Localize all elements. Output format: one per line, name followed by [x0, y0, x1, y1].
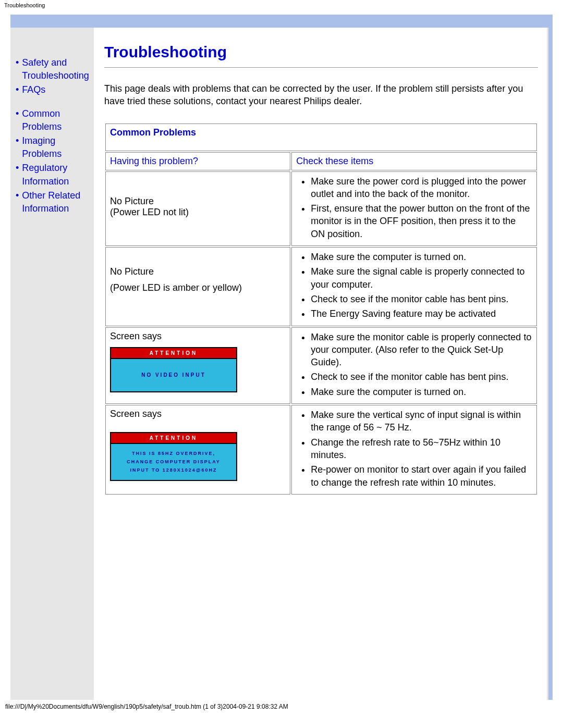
check-item: Change the refresh rate to 56~75Hz withi… [311, 436, 532, 462]
problem-line: No Picture [110, 266, 286, 277]
section-header-cell: Common Problems [105, 124, 537, 151]
checks-cell: Make sure the monitor cable is properly … [291, 327, 537, 404]
check-item: Make sure the computer is turned on. [311, 386, 532, 398]
problem-cell: No Picture (Power LED not lit) [105, 171, 290, 246]
osd-attention-bar: ATTENTION [111, 433, 236, 444]
sidebar-item-label: Other Related Information [22, 189, 94, 215]
divider [104, 67, 538, 68]
bullet-icon: • [16, 56, 22, 69]
osd-overdrive: ATTENTION THIS IS 85HZ OVERDRIVE, CHANGE… [110, 432, 237, 481]
bullet-icon: • [16, 162, 22, 175]
check-item: Make sure the computer is turned on. [311, 251, 532, 263]
problem-cell: Screen says ATTENTION THIS IS 85HZ OVERD… [105, 405, 290, 495]
sidebar-item-label: Safety and Troubleshooting [22, 56, 94, 82]
column-header-problem: Having this problem? [105, 152, 290, 170]
checks-cell: Make sure the vertical sync of input sig… [291, 405, 537, 495]
problem-line: Screen says [110, 331, 286, 342]
osd-message: NO VIDEO INPUT [111, 359, 236, 391]
osd-line: THIS IS 85HZ OVERDRIVE, [114, 449, 233, 458]
troubleshooting-table: Common Problems Having this problem? Che… [104, 122, 538, 496]
sidebar-item-safety[interactable]: • Safety and Troubleshooting [16, 56, 94, 82]
intro-text: This page deals with problems that can b… [104, 82, 538, 108]
col2-head: Check these items [296, 156, 373, 166]
problem-cell: Screen says ATTENTION NO VIDEO INPUT [105, 327, 290, 404]
check-item: Make sure the vertical sync of input sig… [311, 409, 532, 434]
table-row: Screen says ATTENTION NO VIDEO INPUT Mak… [105, 327, 537, 404]
sidebar-item-regulatory[interactable]: • Regulatory Information [16, 162, 94, 188]
problem-line: (Power LED not lit) [110, 207, 286, 218]
osd-no-video-input: ATTENTION NO VIDEO INPUT [110, 347, 237, 392]
problem-line: No Picture [110, 196, 286, 207]
osd-line: INPUT TO 1280X1024@60HZ [114, 466, 233, 474]
check-item: The Energy Saving feature may be activat… [311, 307, 532, 320]
bullet-icon: • [16, 134, 22, 147]
table-row: No Picture (Power LED is amber or yellow… [105, 247, 537, 326]
bullet-icon: • [16, 189, 22, 202]
osd-attention-bar: ATTENTION [111, 348, 236, 359]
sidebar-item-label: Imaging Problems [22, 134, 94, 161]
footer-path: file:///D|/My%20Documents/dfu/W9/english… [0, 700, 563, 713]
checks-cell: Make sure the computer is turned on. Mak… [291, 247, 537, 326]
sidebar-item-imaging-problems[interactable]: • Imaging Problems [16, 134, 94, 161]
sidebar-item-label: Regulatory Information [22, 162, 94, 188]
sidebar-item-other-related[interactable]: • Other Related Information [16, 189, 94, 215]
sidebar-item-label: Common Problems [22, 107, 94, 133]
table-row: Screen says ATTENTION THIS IS 85HZ OVERD… [105, 405, 537, 495]
osd-line: CHANGE COMPUTER DISPLAY [114, 458, 233, 466]
sidebar-item-common-problems[interactable]: • Common Problems [16, 107, 94, 133]
check-item: First, ensure that the power button on t… [311, 202, 532, 240]
browser-title: Troubleshooting [0, 0, 563, 10]
check-item: Make sure the monitor cable is properly … [311, 331, 532, 369]
content-panel: • Safety and Troubleshooting • FAQs • Co… [10, 28, 548, 700]
bullet-icon: • [16, 107, 22, 120]
osd-message: THIS IS 85HZ OVERDRIVE, CHANGE COMPUTER … [111, 444, 236, 480]
problem-cell: No Picture (Power LED is amber or yellow… [105, 247, 290, 326]
check-item: Re-power on monitor to start over again … [311, 463, 532, 489]
bullet-icon: • [16, 83, 22, 96]
sidebar-nav: • Safety and Troubleshooting • FAQs • Co… [10, 28, 94, 700]
sidebar-item-faqs[interactable]: • FAQs [16, 83, 94, 96]
check-item: Check to see if the monitor cable has be… [311, 293, 532, 305]
checks-cell: Make sure the power cord is plugged into… [291, 171, 537, 246]
page-title: Troubleshooting [104, 43, 538, 61]
sidebar-item-label: FAQs [22, 83, 45, 96]
problem-line: Screen says [110, 409, 286, 419]
right-border [547, 28, 548, 700]
column-header-checks: Check these items [291, 152, 537, 170]
table-row: No Picture (Power LED not lit) Make sure… [105, 171, 537, 246]
check-item: Check to see if the monitor cable has be… [311, 371, 532, 383]
problem-line: (Power LED is amber or yellow) [110, 282, 286, 293]
col1-head: Having this problem? [110, 156, 198, 166]
check-item: Make sure the power cord is plugged into… [311, 175, 532, 201]
main-content: Troubleshooting This page deals with pro… [94, 28, 548, 700]
page-frame: • Safety and Troubleshooting • FAQs • Co… [10, 15, 553, 700]
check-item: Make sure the signal cable is properly c… [311, 265, 532, 291]
section-title: Common Problems [110, 127, 196, 138]
